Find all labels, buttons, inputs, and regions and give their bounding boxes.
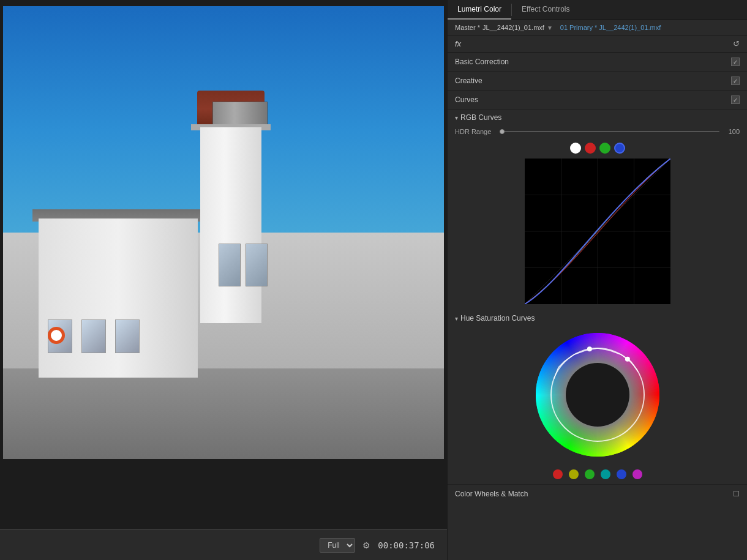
lighthouse-tower — [188, 91, 274, 323]
tower-dome — [197, 91, 265, 127]
main-container: Full ⚙ 00:00:37:06 Lumetri Color Effect … — [0, 0, 747, 560]
channel-green[interactable] — [599, 143, 610, 154]
timecode-display: 00:00:37:06 — [378, 540, 435, 550]
color-wheels-title: Color Wheels & Match — [455, 490, 733, 498]
curves-checkbox[interactable] — [731, 95, 740, 104]
hdr-range-label: HDR Range — [455, 128, 495, 135]
hue-wheel-canvas[interactable] — [530, 327, 665, 462]
hdr-range-thumb[interactable] — [500, 129, 505, 134]
hdr-range-row: HDR Range 100 — [448, 125, 747, 140]
wheel-dot-red[interactable] — [553, 469, 563, 479]
rgb-curves-label: RGB Curves — [460, 113, 501, 122]
source-file: JL__2442(1)_01.mxf — [482, 24, 544, 31]
tower-lantern — [212, 102, 268, 126]
building — [39, 206, 210, 378]
color-wheels-section: Color Wheels & Match ☐ — [448, 484, 747, 503]
rgb-curves-section: ▾ RGB Curves HDR Range 100 — [448, 110, 747, 309]
curves-canvas[interactable] — [525, 159, 670, 304]
hdr-range-slider[interactable] — [500, 131, 719, 132]
basic-correction-section: Basic Correction — [448, 53, 747, 72]
tab-lumetri-color[interactable]: Lumetri Color — [448, 0, 511, 20]
curves-canvas-container — [448, 159, 747, 309]
creative-section: Creative — [448, 72, 747, 91]
channel-blue[interactable] — [614, 143, 625, 154]
wheel-dot-blue[interactable] — [617, 469, 626, 479]
creative-title: Creative — [455, 77, 731, 85]
scene-rocks — [3, 368, 444, 459]
panel-tabs: Lumetri Color Effect Controls — [448, 0, 747, 20]
wheel-dot-pink[interactable] — [633, 469, 642, 479]
fx-row: fx ↺ — [448, 35, 747, 53]
hue-sat-collapse[interactable]: ▾ — [455, 315, 458, 322]
window-3 — [115, 319, 140, 353]
basic-correction-checkbox[interactable] — [731, 58, 740, 66]
channel-white[interactable] — [570, 143, 581, 154]
video-controls: Full ⚙ 00:00:37:06 — [0, 529, 447, 560]
video-area — [0, 0, 447, 529]
curves-title: Curves — [455, 95, 731, 104]
lifebuoy — [48, 327, 65, 344]
curves-section-header: Curves — [448, 91, 747, 110]
building-body — [39, 218, 198, 378]
right-panel: Lumetri Color Effect Controls Master * J… — [447, 0, 747, 560]
source-dropdown-arrow[interactable]: ▼ — [547, 24, 553, 31]
tower-window-2 — [246, 244, 268, 286]
color-wheels-expand-icon[interactable]: ☐ — [733, 490, 740, 498]
rgb-curves-collapse[interactable]: ▾ — [455, 114, 458, 121]
basic-correction-title: Basic Correction — [455, 58, 731, 66]
hdr-range-value: 100 — [724, 128, 740, 135]
hue-saturation-section: ▾ Hue Saturation Curves — [448, 309, 747, 484]
tab-effect-controls[interactable]: Effect Controls — [512, 0, 579, 20]
creative-checkbox[interactable] — [731, 77, 740, 85]
fx-label: fx — [455, 39, 461, 48]
channel-buttons — [448, 140, 747, 159]
reset-icon[interactable]: ↺ — [733, 39, 740, 48]
source-label: Master * — [455, 24, 480, 31]
source-row: Master * JL__2442(1)_01.mxf ▼ 01 Primary… — [448, 20, 747, 35]
settings-icon[interactable]: ⚙ — [362, 540, 370, 550]
channel-red[interactable] — [585, 143, 596, 154]
tower-body — [200, 127, 261, 323]
window-2 — [81, 319, 106, 353]
tower-window-1 — [219, 244, 241, 286]
rgb-curves-header: ▾ RGB Curves — [448, 110, 747, 125]
hue-sat-label: Hue Saturation Curves — [460, 314, 535, 323]
video-frame — [3, 6, 444, 459]
video-panel: Full ⚙ 00:00:37:06 — [0, 0, 447, 560]
wheel-dot-green[interactable] — [585, 469, 595, 479]
wheel-channel-dots — [448, 465, 747, 484]
hue-wheel-container — [448, 325, 747, 465]
hue-sat-header: ▾ Hue Saturation Curves — [448, 309, 747, 325]
wheel-dot-yellow[interactable] — [569, 469, 579, 479]
tower-windows — [219, 244, 268, 286]
quality-select[interactable]: Full — [320, 538, 355, 553]
sequence-label: 01 Primary * JL__2442(1)_01.mxf — [560, 24, 661, 31]
wheel-dot-teal[interactable] — [601, 469, 610, 479]
